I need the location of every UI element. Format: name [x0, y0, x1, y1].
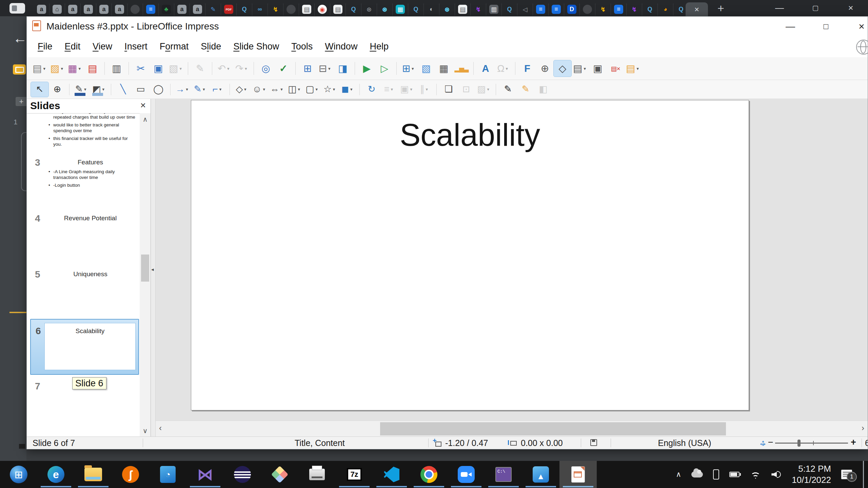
- scroll-down-icon[interactable]: ∨: [140, 427, 151, 435]
- toolbar-button[interactable]: [129, 62, 129, 75]
- browser-tab[interactable]: Q: [502, 3, 517, 16]
- terminal-taskbar-icon[interactable]: C:\: [485, 461, 522, 488]
- toolbar-button[interactable]: [496, 84, 496, 95]
- browser-tab[interactable]: ⊛: [439, 3, 455, 16]
- wifi-icon[interactable]: [750, 470, 761, 479]
- scrollbar-thumb[interactable]: [380, 422, 726, 435]
- browser-tab[interactable]: ◕: [658, 3, 673, 16]
- cut-button[interactable]: ✂: [132, 60, 150, 77]
- distribute-button[interactable]: ∥: [416, 82, 433, 97]
- 3d-objects-tool[interactable]: ◼: [339, 82, 356, 97]
- toolbar-button[interactable]: [69, 84, 70, 95]
- toolbar-button[interactable]: [396, 62, 397, 75]
- tab-preview-icon[interactable]: [9, 3, 25, 14]
- new-slide-plus-button[interactable]: +: [16, 97, 26, 106]
- menu-item[interactable]: Format: [154, 39, 195, 55]
- toolbar-button[interactable]: [170, 84, 171, 95]
- close-icon[interactable]: ×: [140, 100, 146, 111]
- new-slide-button[interactable]: ▤: [571, 60, 589, 77]
- zoom-percent-value[interactable]: 6: [865, 438, 868, 448]
- browser-tab[interactable]: a: [174, 3, 190, 16]
- slide-thumbnail[interactable]: find yourself losing money on small, rep…: [30, 113, 140, 151]
- menu-item[interactable]: Slide: [195, 39, 227, 55]
- visual-studio-taskbar-icon[interactable]: ⋈: [186, 461, 224, 488]
- menu-item[interactable]: Tools: [285, 39, 319, 55]
- clone-formatting-button[interactable]: ✎: [191, 60, 209, 77]
- menu-item[interactable]: Edit: [59, 39, 87, 55]
- copy-button[interactable]: ▣: [150, 60, 167, 77]
- volume-icon[interactable]: [771, 470, 782, 479]
- toolbar-button[interactable]: [355, 62, 355, 75]
- seven-zip-taskbar-icon[interactable]: 7z: [336, 461, 373, 488]
- callout-shapes-tool[interactable]: ▢: [303, 82, 321, 97]
- back-arrow-icon[interactable]: ←: [13, 31, 26, 45]
- slide-thumbnail[interactable]: 4 Revenue Potential: [30, 207, 140, 263]
- insert-chart-button[interactable]: ▂▅▃: [453, 60, 470, 77]
- toolbar-button[interactable]: [254, 62, 254, 75]
- browser-tab[interactable]: a: [112, 3, 127, 16]
- rectangle-tool[interactable]: ▭: [132, 82, 150, 97]
- delete-slide-button[interactable]: ▤×: [607, 60, 624, 77]
- menu-item[interactable]: Insert: [118, 39, 154, 55]
- panel-splitter[interactable]: ◂: [151, 99, 156, 437]
- stars-banners-tool[interactable]: ☆: [321, 82, 339, 97]
- cursor-position-value[interactable]: -1.20 / 0.47: [445, 438, 488, 448]
- action-center-icon[interactable]: 1: [841, 470, 852, 479]
- browser-tab[interactable]: ✎: [205, 3, 221, 16]
- toolbar-button[interactable]: [515, 62, 515, 75]
- panel-scrollbar[interactable]: ∧ ∨: [140, 113, 151, 437]
- close-button[interactable]: ×: [850, 17, 868, 36]
- redo-button[interactable]: ↷: [233, 60, 251, 77]
- slide-thumbnail[interactable]: 3 Features •-A Line Graph measuring dail…: [30, 151, 140, 207]
- toolbar-button[interactable]: [473, 62, 474, 75]
- browser-tab[interactable]: [283, 3, 299, 16]
- browser-tab[interactable]: [580, 3, 595, 16]
- export-pdf-button[interactable]: ▤: [84, 60, 101, 77]
- diamond-app-taskbar-icon[interactable]: [261, 461, 298, 488]
- edge-taskbar-icon[interactable]: e: [37, 461, 75, 488]
- minimize-button[interactable]: —: [778, 17, 802, 36]
- browser-tab[interactable]: ≡: [143, 3, 159, 16]
- rotate-tool[interactable]: ↻: [363, 82, 380, 97]
- tray-expand-icon[interactable]: ∧: [676, 470, 681, 479]
- menu-item[interactable]: Help: [363, 39, 395, 55]
- basic-shapes-tool[interactable]: ◇: [233, 82, 251, 97]
- hyperlink-button[interactable]: ⊕: [536, 60, 554, 77]
- your-phone-icon[interactable]: [713, 469, 719, 480]
- impress-taskbar-icon[interactable]: [559, 461, 597, 488]
- scroll-right-icon[interactable]: ›: [862, 423, 864, 433]
- object-size-value[interactable]: 0.00 x 0.00: [521, 438, 563, 448]
- browser-tab[interactable]: a: [65, 3, 81, 16]
- gluepoints-button[interactable]: ✎: [517, 82, 534, 97]
- line-arrow-tool[interactable]: →: [174, 82, 191, 97]
- browser-tab[interactable]: [127, 3, 143, 16]
- slide-count-status[interactable]: Slide 6 of 7: [33, 438, 75, 448]
- open-button[interactable]: ▨: [48, 60, 66, 77]
- toolbar-button[interactable]: [111, 84, 111, 95]
- browser-tab[interactable]: Q: [408, 3, 424, 16]
- connectors-tool[interactable]: ⌐: [209, 82, 226, 97]
- browser-tab[interactable]: D: [564, 3, 580, 16]
- new-tab-button[interactable]: +: [714, 1, 728, 15]
- browser-tab[interactable]: Q: [642, 3, 658, 16]
- browser-minimize-button[interactable]: —: [769, 0, 790, 16]
- layout-status[interactable]: Title, Content: [295, 438, 345, 448]
- menu-item[interactable]: Window: [319, 39, 363, 55]
- collapse-arrow-icon[interactable]: ◂: [151, 266, 154, 272]
- menu-item[interactable]: File: [32, 39, 59, 55]
- onedrive-cloud-icon[interactable]: [691, 471, 703, 477]
- curves-polygons-tool[interactable]: ✎: [191, 82, 209, 97]
- chrome-taskbar-icon[interactable]: [410, 461, 448, 488]
- find-replace-button[interactable]: ◎: [257, 60, 275, 77]
- browser-tab[interactable]: ↯: [268, 3, 283, 16]
- arrange-button[interactable]: ▣: [398, 82, 416, 97]
- browser-tab[interactable]: a: [34, 3, 50, 16]
- paste-button[interactable]: ▧: [167, 60, 185, 77]
- edit-points-button[interactable]: ✎: [499, 82, 517, 97]
- browser-tab[interactable]: ⌂: [50, 3, 65, 16]
- print-button[interactable]: ▥: [108, 60, 125, 77]
- select-tool[interactable]: ↖: [31, 82, 48, 97]
- printer-taskbar-icon[interactable]: [298, 461, 336, 488]
- crop-image-button[interactable]: ⊡: [457, 82, 475, 97]
- show-desktop-button[interactable]: [863, 461, 864, 488]
